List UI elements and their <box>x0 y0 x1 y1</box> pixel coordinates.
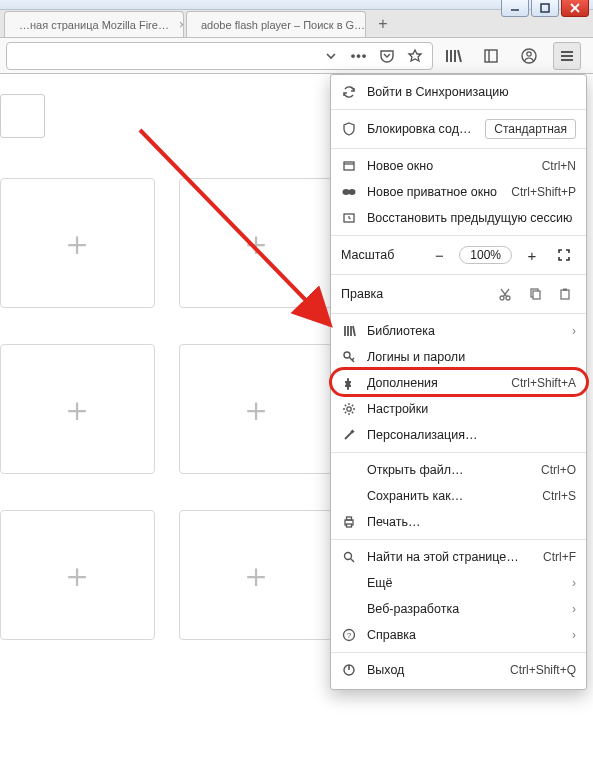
top-site-tile[interactable]: ＋ <box>0 510 155 640</box>
zoom-out-button[interactable]: − <box>427 244 451 266</box>
menu-label: Новое приватное окно <box>367 185 501 199</box>
menu-separator <box>331 652 586 653</box>
window-minimize-button[interactable] <box>501 0 529 17</box>
menu-logins[interactable]: Логины и пароли <box>331 344 586 370</box>
new-tab-button[interactable]: + <box>368 11 398 37</box>
svg-rect-29 <box>563 289 567 292</box>
top-site-tile[interactable]: ＋ <box>179 510 334 640</box>
blank-icon <box>341 462 357 478</box>
browser-tab[interactable]: adobe flash player – Поиск в G… × <box>186 11 366 37</box>
menu-shortcut: Ctrl+O <box>541 463 576 477</box>
menu-exit[interactable]: Выход Ctrl+Shift+Q <box>331 657 586 683</box>
window-maximize-button[interactable] <box>531 0 559 17</box>
svg-point-37 <box>347 407 351 411</box>
chevron-right-icon: › <box>572 628 576 642</box>
svg-rect-49 <box>347 517 352 520</box>
menu-label: Сохранить как… <box>367 489 532 503</box>
svg-line-52 <box>351 559 354 562</box>
menu-shortcut: Ctrl+Shift+P <box>511 185 576 199</box>
brush-icon <box>341 427 357 443</box>
menu-content-blocking[interactable]: Блокировка содержимого Стандартная <box>331 114 586 144</box>
menu-more[interactable]: Ещё › <box>331 570 586 596</box>
pocket-icon[interactable] <box>378 47 396 65</box>
close-tab-icon[interactable]: × <box>179 18 184 32</box>
menu-label: Открыть файл… <box>367 463 531 477</box>
blank-icon <box>341 575 357 591</box>
menu-customize[interactable]: Персонализация… <box>331 422 586 448</box>
menu-help[interactable]: ? Справка › <box>331 622 586 648</box>
puzzle-icon <box>341 375 357 391</box>
menu-separator <box>331 452 586 453</box>
menu-save-as[interactable]: Сохранить как… Ctrl+S <box>331 483 586 509</box>
svg-line-44 <box>352 405 353 406</box>
window-titlebar <box>0 0 593 10</box>
window-icon <box>341 158 357 174</box>
menu-label: Логины и пароли <box>367 350 576 364</box>
menu-new-window[interactable]: Новое окно Ctrl+N <box>331 153 586 179</box>
top-site-tile[interactable]: ＋ <box>0 178 155 308</box>
app-menu-button[interactable] <box>553 42 581 70</box>
blank-icon <box>341 488 357 504</box>
menu-print[interactable]: Печать… <box>331 509 586 535</box>
menu-label: Войти в Синхронизацию <box>367 85 576 99</box>
zoom-value[interactable]: 100% <box>459 246 512 264</box>
library-button[interactable] <box>439 42 467 70</box>
sidebar-button[interactable] <box>477 42 505 70</box>
svg-rect-16 <box>344 162 354 170</box>
menu-label: Персонализация… <box>367 428 576 442</box>
cut-icon[interactable] <box>494 283 516 305</box>
menu-sync[interactable]: Войти в Синхронизацию <box>331 79 586 105</box>
menu-shortcut: Ctrl+Shift+Q <box>510 663 576 677</box>
menu-web-developer[interactable]: Веб-разработка › <box>331 596 586 622</box>
menu-restore-session[interactable]: Восстановить предыдущую сессию <box>331 205 586 231</box>
copy-icon[interactable] <box>524 283 546 305</box>
menu-find[interactable]: Найти на этой странице… Ctrl+F <box>331 544 586 570</box>
shield-icon <box>341 121 357 137</box>
chevron-right-icon: › <box>572 324 576 338</box>
menu-label: Найти на этой странице… <box>367 550 533 564</box>
plus-icon: ＋ <box>60 392 94 426</box>
menu-separator <box>331 539 586 540</box>
menu-label: Библиотека <box>367 324 562 338</box>
menu-library[interactable]: Библиотека › <box>331 318 586 344</box>
account-button[interactable] <box>515 42 543 70</box>
menu-label: Ещё <box>367 576 562 590</box>
content-blocking-level[interactable]: Стандартная <box>485 119 576 139</box>
top-site-tile[interactable]: ＋ <box>179 178 334 308</box>
menu-label: Дополнения <box>367 376 501 390</box>
bookmark-star-icon[interactable] <box>406 47 424 65</box>
chevron-down-icon[interactable] <box>322 47 340 65</box>
tab-title: adobe flash player – Поиск в G… <box>201 19 365 31</box>
svg-point-12 <box>527 51 531 55</box>
search-icon <box>341 549 357 565</box>
printer-icon <box>341 514 357 530</box>
paste-icon[interactable] <box>554 283 576 305</box>
menu-settings[interactable]: Настройки <box>331 396 586 422</box>
window-close-button[interactable] <box>561 0 589 17</box>
menu-label: Выход <box>367 663 500 677</box>
svg-line-8 <box>458 50 461 62</box>
edit-label: Правка <box>341 287 486 301</box>
page-actions-icon[interactable]: ••• <box>350 47 368 65</box>
menu-label: Печать… <box>367 515 576 529</box>
menu-label: Восстановить предыдущую сессию <box>367 211 576 225</box>
plus-icon: ＋ <box>239 558 273 592</box>
power-icon <box>341 662 357 678</box>
svg-line-43 <box>352 412 353 413</box>
top-site-tile[interactable]: ＋ <box>0 344 155 474</box>
menu-addons[interactable]: Дополнения Ctrl+Shift+A <box>331 370 586 396</box>
menu-label: Блокировка содержимого <box>367 122 475 136</box>
fullscreen-button[interactable] <box>552 244 576 266</box>
search-box[interactable] <box>0 94 45 138</box>
browser-tab[interactable]: …ная страница Mozilla Fire… × <box>4 11 184 37</box>
url-bar[interactable]: ••• <box>6 42 433 70</box>
menu-new-private-window[interactable]: Новое приватное окно Ctrl+Shift+P <box>331 179 586 205</box>
zoom-in-button[interactable]: + <box>520 244 544 266</box>
top-site-tile[interactable]: ＋ <box>179 344 334 474</box>
svg-rect-50 <box>347 524 352 527</box>
svg-line-45 <box>345 412 346 413</box>
sync-icon <box>341 84 357 100</box>
zoom-label: Масштаб <box>341 248 419 262</box>
help-icon: ? <box>341 627 357 643</box>
menu-open-file[interactable]: Открыть файл… Ctrl+O <box>331 457 586 483</box>
